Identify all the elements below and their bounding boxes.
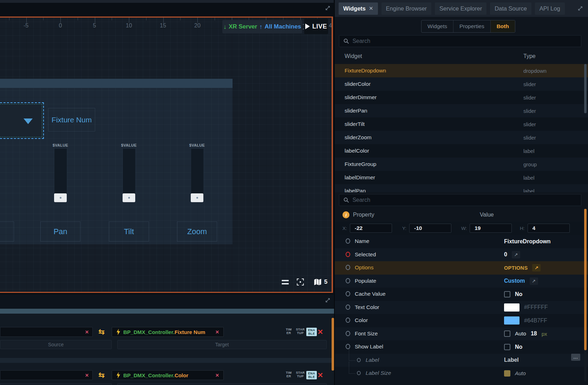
view-toggle-properties[interactable]: Properties xyxy=(453,20,491,32)
property-row-text-color[interactable]: Text Color#FFFFFF xyxy=(335,301,588,314)
property-state-circle[interactable] xyxy=(346,252,350,257)
delete-binding-button[interactable]: ✕ xyxy=(316,327,325,337)
slider-handle[interactable] xyxy=(123,193,135,202)
color-swatch[interactable] xyxy=(504,316,520,325)
widget-row-labelPan[interactable]: labelPanlabel xyxy=(335,184,588,192)
open-link-icon[interactable]: ↗ xyxy=(512,251,520,258)
widget-search[interactable] xyxy=(339,35,581,47)
slider-track[interactable] xyxy=(123,149,135,194)
canvas-expand-icon[interactable] xyxy=(325,5,331,11)
ellipsis-button[interactable]: ... xyxy=(571,354,580,361)
widget-row-FixtureDropdown[interactable]: FixtureDropdowndropdown xyxy=(335,64,588,77)
slider-handle[interactable] xyxy=(54,193,67,202)
timer-badge[interactable]: TIMER xyxy=(283,371,294,378)
startup-badge[interactable]: STARTUP xyxy=(295,328,306,335)
enable-badge[interactable]: ENABLE xyxy=(306,371,317,379)
view-toggle-widgets[interactable]: Widgets xyxy=(422,20,453,32)
binding-source-box[interactable]: ✕ xyxy=(0,327,93,337)
binding-target-box[interactable]: BP_DMX_Controller.Color✕ xyxy=(112,370,224,380)
property-row-label-size[interactable]: Label SizeAuto xyxy=(335,367,588,380)
property-state-circle[interactable] xyxy=(346,291,350,296)
widget-row-sliderPan[interactable]: sliderPanslider xyxy=(335,104,588,117)
live-button[interactable]: LIVE xyxy=(304,19,328,34)
clear-icon[interactable]: ✕ xyxy=(215,373,219,378)
bindings-scrollbar[interactable] xyxy=(332,318,334,371)
server-machines-bar[interactable]: ↓ XR Server ↑ All Machines xyxy=(222,20,302,33)
target-input[interactable] xyxy=(117,383,327,385)
property-search[interactable] xyxy=(339,194,581,206)
panel-expand-icon[interactable] xyxy=(577,6,583,11)
property-state-circle[interactable] xyxy=(357,371,361,375)
dimmer-label-widget-partial[interactable]: er xyxy=(0,222,14,242)
map-pages-icon-button[interactable]: 5 xyxy=(312,277,328,287)
slider-track[interactable] xyxy=(54,149,67,194)
tab-service-explorer[interactable]: Service Explorer xyxy=(435,2,486,15)
fit-view-icon-button[interactable] xyxy=(296,277,305,287)
property-state-circle[interactable] xyxy=(346,265,350,270)
slider-name-label-widget[interactable]: Tilt xyxy=(109,222,149,242)
binding-source-box[interactable]: ✕ xyxy=(0,370,93,380)
property-row-selected[interactable]: Selected0↗ xyxy=(335,248,588,262)
widget-row-sliderDimmer[interactable]: sliderDimmerslider xyxy=(335,91,588,104)
checkbox[interactable] xyxy=(504,291,510,297)
property-search-input[interactable] xyxy=(352,197,577,203)
tab-widgets[interactable]: Widgets✕ xyxy=(339,2,378,15)
clear-icon[interactable]: ✕ xyxy=(85,373,89,378)
geometry-input[interactable] xyxy=(350,224,392,233)
open-link-icon[interactable]: ↗ xyxy=(530,277,538,285)
clear-icon[interactable]: ✕ xyxy=(85,329,89,335)
fixture-dropdown-widget[interactable] xyxy=(0,104,42,137)
property-state-circle[interactable] xyxy=(346,331,350,336)
clear-icon[interactable]: ✕ xyxy=(215,329,219,335)
bindings-expand-icon[interactable] xyxy=(325,297,331,303)
property-state-circle[interactable] xyxy=(346,317,350,323)
widget-row-sliderZoom[interactable]: sliderZoomslider xyxy=(335,131,588,144)
widget-row-labelDimmer[interactable]: labelDimmerlabel xyxy=(335,171,588,184)
slider-handle[interactable] xyxy=(191,193,203,202)
property-row-font-size[interactable]: Font SizeAuto18px xyxy=(335,327,588,341)
source-input[interactable] xyxy=(0,383,112,385)
info-icon[interactable]: i xyxy=(342,211,349,218)
property-row-options[interactable]: OptionsOPTIONS↗ xyxy=(335,261,588,275)
open-link-icon[interactable]: ↗ xyxy=(532,264,541,271)
property-state-circle[interactable] xyxy=(346,238,350,244)
property-row-populate[interactable]: PopulateCustom↗ xyxy=(335,275,588,288)
checkbox[interactable] xyxy=(504,331,510,337)
binding-card-header[interactable] xyxy=(0,309,334,314)
widget-row-labelColor[interactable]: labelColorlabel xyxy=(335,144,588,158)
property-row-show-label[interactable]: Show LabelNo xyxy=(335,340,588,354)
tab-engine-browser[interactable]: Engine Browser xyxy=(381,2,431,15)
property-state-circle[interactable] xyxy=(346,278,350,283)
property-row-color[interactable]: Color#64B7FF xyxy=(335,314,588,327)
tab-api-log[interactable]: API Log xyxy=(535,2,565,15)
fixture-num-label-widget[interactable]: Fixture Num xyxy=(48,108,95,131)
delete-binding-button[interactable]: ✕ xyxy=(316,370,325,380)
checkbox-filled[interactable] xyxy=(504,370,510,377)
tab-close-icon[interactable]: ✕ xyxy=(369,5,373,12)
timer-badge[interactable]: TIMER xyxy=(283,328,294,335)
widget-list-scrollbar[interactable] xyxy=(584,64,587,113)
source-input[interactable] xyxy=(0,340,112,349)
widget-search-input[interactable] xyxy=(352,38,577,44)
property-row-name[interactable]: NameFixtureDropdown xyxy=(335,235,588,248)
design-canvas[interactable]: -505101520 40 Fixture Num er $VALUEPan$V… xyxy=(0,17,333,293)
slider-name-label-widget[interactable]: Pan xyxy=(40,222,80,242)
fixture-group-widget-header[interactable] xyxy=(0,79,233,88)
binding-target-box[interactable]: BP_DMX_Controller.Fixture Num✕ xyxy=(112,327,224,337)
widget-row-FixtureGroup[interactable]: FixtureGroupgroup xyxy=(335,158,588,171)
geometry-input[interactable] xyxy=(528,224,570,233)
binding-card-2-header[interactable] xyxy=(0,358,334,363)
color-swatch[interactable] xyxy=(504,303,520,312)
property-state-circle[interactable] xyxy=(346,304,350,310)
view-toggle-both[interactable]: Both xyxy=(491,20,515,32)
target-input[interactable] xyxy=(117,340,327,349)
startup-badge[interactable]: STARTUP xyxy=(295,371,306,378)
widget-row-sliderTilt[interactable]: sliderTiltslider xyxy=(335,117,588,131)
checkbox[interactable] xyxy=(504,344,510,350)
property-scrollbar[interactable] xyxy=(584,209,587,350)
slider-track[interactable] xyxy=(191,149,203,194)
property-row-cache-value[interactable]: Cache ValueNo xyxy=(335,288,588,301)
geometry-input[interactable] xyxy=(470,224,512,233)
widget-row-sliderColor[interactable]: sliderColorslider xyxy=(335,77,588,91)
swap-direction-icon[interactable]: ⇆ xyxy=(96,370,107,380)
